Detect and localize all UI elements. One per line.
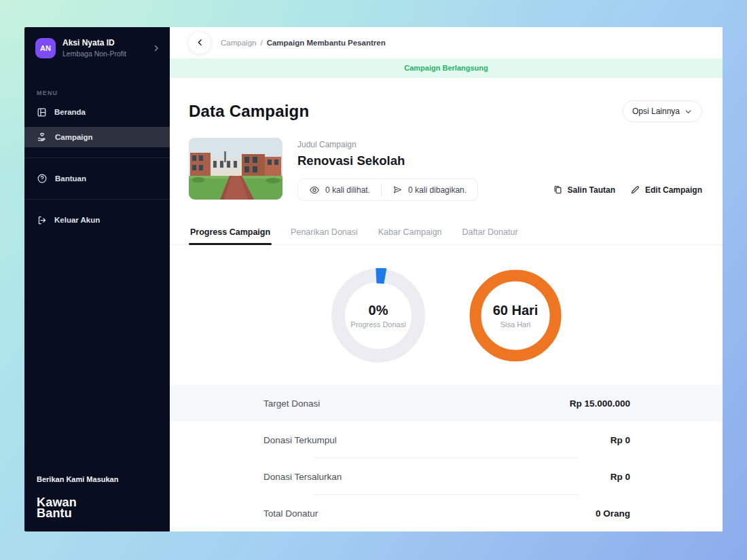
share-icon bbox=[393, 185, 403, 195]
row-label: Total Donatur bbox=[263, 508, 318, 519]
logout-icon bbox=[37, 215, 47, 225]
chevron-right-icon bbox=[152, 44, 160, 52]
profile-name: Aksi Nyata ID bbox=[62, 38, 145, 49]
eye-icon bbox=[309, 185, 320, 195]
sidebar-item-beranda[interactable]: Beranda bbox=[24, 102, 170, 122]
options-button[interactable]: Opsi Lainnya bbox=[622, 100, 702, 122]
breadcrumb-parent[interactable]: Campaign bbox=[221, 39, 256, 47]
breadcrumb: Campaign / Campaign Membantu Pesantren bbox=[221, 39, 386, 47]
content-area: Campaign / Campaign Membantu Pesantren C… bbox=[170, 27, 723, 531]
hand-heart-icon bbox=[37, 132, 48, 143]
tab-progress-campaign[interactable]: Progress Campaign bbox=[189, 222, 272, 244]
edit-campaign-button[interactable]: Edit Campaign bbox=[630, 185, 702, 195]
back-button[interactable] bbox=[189, 32, 211, 54]
campaign-stats-table: Target Donasi Rp 15.000.000 Donasi Terku… bbox=[170, 385, 723, 531]
views-text: 0 kali dilihat. bbox=[325, 185, 370, 195]
row-label: Donasi Tersalurkan bbox=[263, 472, 342, 482]
profile-switcher[interactable]: AN Aksi Nyata ID Lembaga Non-Profit bbox=[24, 27, 170, 58]
sidebar-item-label: Beranda bbox=[54, 108, 86, 116]
logo-line-2: Bantu bbox=[37, 508, 158, 519]
profile-subtitle: Lembaga Non-Profit bbox=[62, 49, 145, 58]
status-banner: Campaign Berlangsung bbox=[170, 58, 723, 78]
breadcrumb-separator: / bbox=[260, 39, 262, 47]
campaign-thumbnail[interactable] bbox=[189, 138, 283, 200]
row-label: Target Donasi bbox=[263, 398, 320, 409]
breadcrumb-current: Campaign Membantu Pesantren bbox=[267, 39, 386, 47]
row-value: Rp 15.000.000 bbox=[570, 398, 630, 409]
sidebar-divider bbox=[24, 157, 170, 158]
tab-kabar-campaign[interactable]: Kabar Campaign bbox=[377, 222, 443, 244]
tab-penarikan-donasi[interactable]: Penarikan Donasi bbox=[289, 222, 359, 244]
views-stat: 0 kali dilihat. bbox=[298, 179, 381, 200]
page-title: Data Campaign bbox=[189, 102, 309, 121]
days-left-donut-chart: 60 Hari Sisa Hari bbox=[469, 269, 562, 362]
topbar: Campaign / Campaign Membantu Pesantren bbox=[170, 27, 723, 58]
tab-daftar-donatur[interactable]: Daftar Donatur bbox=[461, 222, 520, 244]
app-window: AN Aksi Nyata ID Lembaga Non-Profit MENU… bbox=[24, 27, 723, 531]
sidebar-item-keluar-akun[interactable]: Keluar Akun bbox=[24, 210, 170, 230]
days-left-label: Sisa Hari bbox=[500, 320, 531, 329]
row-value: Rp 0 bbox=[611, 435, 630, 445]
edit-campaign-label: Edit Campaign bbox=[645, 185, 702, 195]
progress-donut-chart: 0% Progress Donasi bbox=[331, 268, 426, 363]
chevron-down-icon bbox=[685, 108, 692, 115]
progress-percent-value: 0% bbox=[369, 303, 388, 318]
question-circle-icon bbox=[37, 173, 48, 184]
menu-section-label: MENU bbox=[24, 90, 170, 96]
copy-link-button[interactable]: Salin Tautan bbox=[553, 185, 615, 195]
kawanbantu-logo: Kawan Bantu bbox=[37, 497, 158, 519]
row-value: 0 Orang bbox=[596, 508, 630, 519]
status-banner-label: Campaign Berlangsung bbox=[404, 64, 488, 72]
sidebar-item-label: Bantuan bbox=[55, 174, 86, 183]
tab-bar: Progress Campaign Penarikan Donasi Kabar… bbox=[170, 222, 723, 245]
charts-row: 0% Progress Donasi 60 Hari Sisa Hari bbox=[170, 266, 723, 365]
table-row: Total Donatur 0 Orang bbox=[170, 495, 723, 531]
table-row: Donasi Terkumpul Rp 0 bbox=[170, 422, 723, 458]
chevron-left-icon bbox=[196, 38, 204, 47]
sidebar-item-bantuan[interactable]: Bantuan bbox=[24, 168, 170, 189]
copy-link-label: Salin Tautan bbox=[568, 185, 615, 195]
table-row: Donasi Tersalurkan Rp 0 bbox=[170, 458, 723, 495]
copy-icon bbox=[553, 185, 563, 195]
pencil-icon bbox=[630, 185, 640, 195]
dashboard-icon bbox=[37, 107, 47, 117]
shares-stat: 0 kali dibagikan. bbox=[382, 179, 477, 200]
feedback-link[interactable]: Berikan Kami Masukan bbox=[37, 475, 158, 483]
sidebar-menu: Beranda Campaign Bantuan K bbox=[24, 102, 170, 230]
avatar: AN bbox=[35, 38, 56, 58]
campaign-title-label: Judul Campaign bbox=[297, 140, 553, 149]
row-value: Rp 0 bbox=[611, 472, 630, 482]
sidebar-item-campaign[interactable]: Campaign bbox=[24, 127, 170, 147]
shares-text: 0 kali dibagikan. bbox=[408, 185, 467, 195]
sidebar-item-label: Campaign bbox=[55, 133, 93, 141]
sidebar-item-label: Keluar Akun bbox=[54, 216, 100, 224]
row-label: Donasi Terkumpul bbox=[263, 435, 337, 445]
sidebar-divider bbox=[24, 199, 170, 200]
options-button-label: Opsi Lainnya bbox=[632, 107, 680, 116]
sidebar: AN Aksi Nyata ID Lembaga Non-Profit MENU… bbox=[24, 27, 170, 531]
campaign-stats-pill: 0 kali dilihat. 0 kali dibagikan. bbox=[297, 179, 478, 201]
campaign-title: Renovasi Sekolah bbox=[297, 153, 553, 168]
progress-donut-label: Progress Donasi bbox=[350, 320, 405, 329]
table-row: Target Donasi Rp 15.000.000 bbox=[170, 385, 723, 422]
days-left-value: 60 Hari bbox=[493, 303, 539, 318]
